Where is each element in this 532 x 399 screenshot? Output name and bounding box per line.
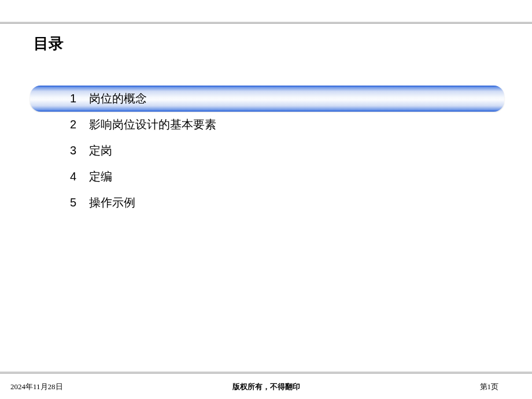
toc-item-5: 5 操作示例 <box>30 190 504 216</box>
toc-number: 4 <box>59 170 79 183</box>
toc-item-1: 1 岗位的概念 <box>30 86 504 112</box>
footer-copyright: 版权所有，不得翻印 <box>232 382 300 392</box>
toc-label: 影响岗位设计的基本要素 <box>89 117 216 132</box>
toc-number: 3 <box>59 144 79 157</box>
toc-item-2: 2 影响岗位设计的基本要素 <box>30 112 504 138</box>
slide: 目录 1 岗位的概念 2 影响岗位设计的基本要素 3 定岗 4 定编 5 操作示… <box>0 0 532 399</box>
toc-item-4: 4 定编 <box>30 164 504 190</box>
footer-date: 2024年11月28日 <box>10 382 63 392</box>
toc-label: 操作示例 <box>89 195 135 210</box>
bottom-divider <box>0 372 532 374</box>
footer-page-number: 第1页 <box>480 382 499 392</box>
toc-label: 岗位的概念 <box>89 91 147 106</box>
toc-number: 2 <box>59 118 79 131</box>
toc-item-3: 3 定岗 <box>30 138 504 164</box>
footer: 2024年11月28日 版权所有，不得翻印 第1页 <box>0 382 532 392</box>
toc-number: 5 <box>59 196 79 209</box>
table-of-contents: 1 岗位的概念 2 影响岗位设计的基本要素 3 定岗 4 定编 5 操作示例 <box>30 86 504 216</box>
top-divider <box>0 22 532 24</box>
toc-label: 定编 <box>89 169 112 184</box>
toc-label: 定岗 <box>89 143 112 158</box>
slide-title: 目录 <box>34 34 64 54</box>
toc-number: 1 <box>59 92 79 105</box>
